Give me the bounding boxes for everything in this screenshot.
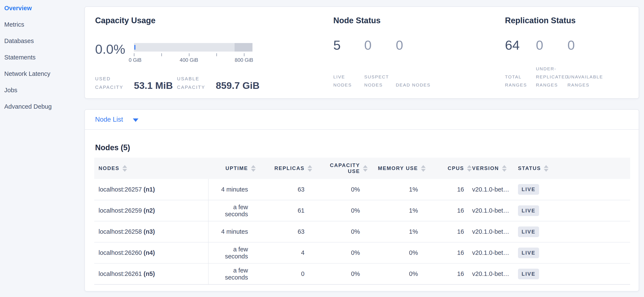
- column-header-cpus[interactable]: CPUS: [426, 158, 472, 179]
- sidebar-item-metrics[interactable]: Metrics: [0, 16, 84, 33]
- sort-arrows-icon: [502, 165, 507, 172]
- usable-capacity-label: USABLE CAPACITY: [177, 75, 214, 92]
- sidebar-item-advanced-debug[interactable]: Advanced Debug: [0, 98, 84, 115]
- column-header-nodes[interactable]: NODES: [94, 158, 208, 179]
- status-badge: LIVE: [518, 269, 539, 279]
- replicas-cell: 63: [256, 221, 312, 242]
- cpus-cell: 16: [426, 221, 472, 242]
- dead-nodes-stat: 0 DEAD NODES: [396, 38, 436, 89]
- version-cell: v20.1.0-bet…: [472, 200, 518, 221]
- column-header-capacity-use[interactable]: CAPACITY USE: [312, 158, 368, 179]
- sidebar-item-statements[interactable]: Statements: [0, 49, 84, 66]
- uptime-cell: 4 minutes: [208, 221, 256, 242]
- suspect-nodes-value: 0: [364, 38, 396, 52]
- replication-status-title: Replication Status: [505, 16, 639, 25]
- live-nodes-label: LIVE NODES: [333, 73, 364, 89]
- status-cell: LIVE: [518, 221, 630, 242]
- capacity-use-cell: 0%: [312, 263, 368, 285]
- column-header-uptime[interactable]: UPTIME: [208, 158, 256, 179]
- axis-tickmark: [134, 53, 134, 56]
- table-row-n3[interactable]: localhost:26258 (n3) 4 minutes 63 0% 1% …: [94, 221, 630, 242]
- capacity-bar: [134, 43, 252, 51]
- axis-tickmark: [216, 53, 217, 56]
- replicas-cell: 0: [256, 263, 312, 285]
- capacity-use-cell: 0%: [312, 179, 368, 200]
- capacity-chart-row: 0.0% 0 GiB 400 GiB: [95, 43, 323, 63]
- table-row-n4[interactable]: localhost:26260 (n4) a few seconds 4 0% …: [94, 242, 630, 263]
- column-header-version[interactable]: VERSION: [472, 158, 518, 179]
- table-row-n5[interactable]: localhost:26261 (n5) a few seconds 0 0% …: [94, 263, 630, 285]
- capacity-bar-reserved-segment: [234, 43, 253, 51]
- node-address-cell: localhost:26259 (n2): [94, 200, 208, 221]
- uptime-cell: a few seconds: [208, 263, 256, 285]
- suspect-nodes-stat: 0 SUSPECT NODES: [364, 38, 396, 89]
- status-cell: LIVE: [518, 179, 630, 200]
- replicas-cell: 63: [256, 179, 312, 200]
- sort-arrows-icon: [308, 165, 312, 172]
- column-header-replicas[interactable]: REPLICAS: [256, 158, 312, 179]
- uptime-cell: 4 minutes: [208, 179, 256, 200]
- node-address-cell: localhost:26260 (n4): [94, 242, 208, 263]
- cluster-summary-card: Capacity Usage 0.0%: [84, 6, 639, 99]
- status-cell: LIVE: [518, 242, 630, 263]
- sort-arrows-icon: [544, 165, 548, 172]
- total-ranges-value: 64: [505, 38, 536, 52]
- sidebar-item-overview[interactable]: Overview: [0, 0, 84, 16]
- sort-arrows-icon: [421, 165, 426, 172]
- table-header-row: NODES UPTIME REPLICAS CAPACIT: [94, 158, 630, 179]
- memory-use-cell: 1%: [368, 200, 426, 221]
- used-capacity-stat: USED CAPACITY 53.1 MiB: [95, 75, 177, 92]
- total-ranges-stat: 64 TOTAL RANGES: [505, 38, 536, 89]
- axis-tickmark: [244, 53, 244, 56]
- nodes-table: NODES UPTIME REPLICAS CAPACIT: [94, 158, 630, 285]
- node-list-dropdown[interactable]: Node List: [85, 110, 639, 130]
- sidebar-item-network-latency[interactable]: Network Latency: [0, 66, 84, 82]
- node-list-card: Node List Nodes (5) NODES: [84, 109, 639, 292]
- suspect-nodes-label: SUSPECT NODES: [364, 73, 396, 89]
- node-address-cell: localhost:26257 (n1): [94, 179, 208, 200]
- column-label: CPUS: [448, 165, 464, 171]
- column-header-memory-use[interactable]: MEMORY USE: [368, 158, 426, 179]
- sidebar-item-jobs[interactable]: Jobs: [0, 82, 84, 98]
- column-label: NODES: [98, 165, 120, 171]
- sort-arrows-icon: [467, 165, 472, 172]
- column-label: STATUS: [518, 165, 541, 171]
- main-content: Capacity Usage 0.0%: [84, 6, 639, 292]
- status-cell: LIVE: [518, 263, 630, 285]
- table-row-n2[interactable]: localhost:26259 (n2) a few seconds 61 0%…: [94, 200, 630, 221]
- usable-capacity-value: 859.7 GiB: [216, 81, 260, 92]
- column-header-status[interactable]: STATUS: [518, 158, 630, 179]
- sort-arrows-icon: [251, 165, 256, 172]
- sidebar-nav: Overview Metrics Databases Statements Ne…: [0, 0, 84, 115]
- memory-use-cell: 0%: [368, 242, 426, 263]
- sort-arrows-icon: [363, 165, 368, 172]
- memory-use-cell: 0%: [368, 263, 426, 285]
- cpus-cell: 16: [426, 179, 472, 200]
- capacity-axis-ticks: [134, 51, 252, 56]
- column-label: UPTIME: [226, 165, 248, 171]
- status-badge: LIVE: [518, 184, 539, 195]
- axis-tickmark: [189, 53, 189, 56]
- status-badge: LIVE: [518, 205, 539, 216]
- unavailable-ranges-label: UNAVAILABLE RANGES: [568, 73, 608, 89]
- memory-use-cell: 1%: [368, 221, 426, 242]
- status-badge: LIVE: [518, 227, 539, 237]
- replication-status-panel: Replication Status 64 TOTAL RANGES 0 UND…: [495, 7, 639, 98]
- capacity-use-cell: 0%: [312, 242, 368, 263]
- memory-use-cell: 1%: [368, 179, 426, 200]
- version-cell: v20.1.0-bet…: [472, 221, 518, 242]
- node-status-stats: 5 LIVE NODES 0 SUSPECT NODES 0 DEAD NODE…: [333, 38, 495, 89]
- column-label: CAPACITY USE: [326, 162, 360, 174]
- column-label: VERSION: [472, 165, 499, 171]
- axis-label-800gib: 800 GiB: [235, 57, 253, 63]
- node-address-cell: localhost:26261 (n5): [94, 263, 208, 285]
- caret-down-icon: [133, 118, 138, 122]
- live-nodes-value: 5: [333, 38, 364, 52]
- table-row-n1[interactable]: localhost:26257 (n1) 4 minutes 63 0% 1% …: [94, 179, 630, 200]
- total-ranges-label: TOTAL RANGES: [505, 73, 536, 89]
- sidebar-item-databases[interactable]: Databases: [0, 33, 84, 49]
- cpus-cell: 16: [426, 263, 472, 285]
- status-badge: LIVE: [518, 248, 539, 258]
- status-cell: LIVE: [518, 200, 630, 221]
- used-capacity-value: 53.1 MiB: [134, 81, 173, 92]
